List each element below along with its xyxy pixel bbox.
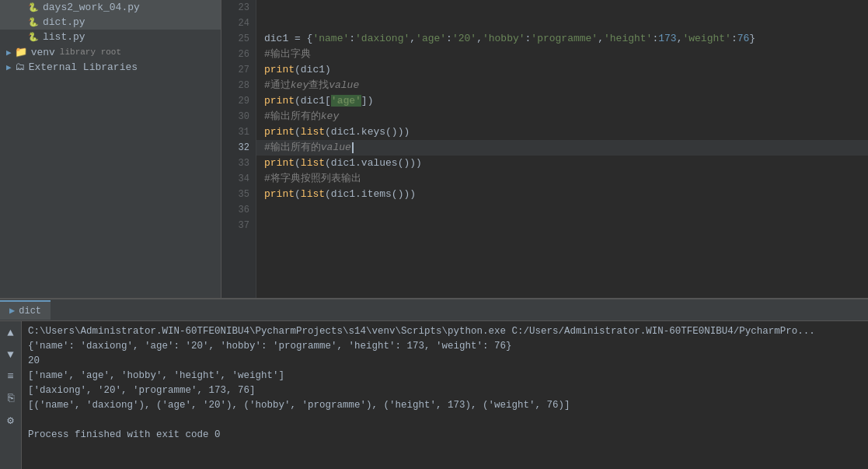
code-line-29: print(dic1['age']) [256, 93, 868, 109]
terminal-sidebar: ▲ ▼ ≡ ⎘ ⚙ [0, 321, 22, 469]
copy-button[interactable]: ⎘ [2, 390, 19, 407]
code-line-37 [256, 218, 868, 233]
code-line-23 [256, 0, 868, 16]
line-num-28: 28 [221, 78, 256, 93]
code-line-32: #输出所有的value [256, 140, 868, 156]
sidebar-item-label: dict.py [43, 16, 85, 28]
external-libs-icon: 🗂 [15, 61, 25, 73]
code-line-31: print(list(dic1.keys())) [256, 124, 868, 140]
line-num-31: 31 [221, 124, 256, 140]
sidebar-item-dict[interactable]: 🐍 dict.py [0, 15, 221, 30]
terminal-output: C:\Users\Administrator.WIN-60TFE0NIBU4\P… [22, 321, 868, 469]
code-content[interactable]: dic1 = {'name':'daxiong','age':'20','hob… [256, 0, 868, 298]
code-line-28: #通过key查找value [256, 78, 868, 93]
tab-label: dict [19, 306, 41, 317]
terminal-content: ▲ ▼ ≡ ⎘ ⚙ C:\Users\Administrator.WIN-60T… [0, 321, 868, 469]
line-num-35: 35 [221, 187, 256, 202]
line-num-29: 29 [221, 93, 256, 109]
line-num-36: 36 [221, 202, 256, 218]
terminal-line-1: C:\Users\Administrator.WIN-60TFE0NIBU4\P… [28, 324, 862, 339]
sidebar-item-label: days2_work_04.py [43, 2, 140, 13]
line-num-32: 32 [221, 140, 256, 156]
code-line-27: print(dic1) [256, 62, 868, 78]
terminal-line-6: [('name', 'daxiong'), ('age', '20'), ('h… [28, 398, 862, 413]
code-line-30: #输出所有的key [256, 109, 868, 124]
line-num-24: 24 [221, 16, 256, 31]
line-num-37: 37 [221, 218, 256, 233]
scroll-up-button[interactable]: ▲ [2, 324, 19, 341]
sidebar-item-days2[interactable]: 🐍 days2_work_04.py [0, 0, 221, 15]
python-file-icon: 🐍 [28, 17, 39, 27]
python-file-icon: 🐍 [28, 2, 39, 12]
sidebar-item-label: External Libraries [29, 61, 138, 73]
code-editor[interactable]: 23 24 25 26 27 28 29 30 31 32 33 34 35 3… [221, 0, 868, 298]
code-line-26: #输出字典 [256, 47, 868, 62]
terminal-line-3: 20 [28, 354, 862, 369]
terminal-line-4: ['name', 'age', 'hobby', 'height', 'weig… [28, 369, 862, 383]
line-num-23: 23 [221, 0, 256, 16]
code-line-35: print(list(dic1.items())) [256, 187, 868, 202]
sidebar-item-external-libs[interactable]: ▶ 🗂 External Libraries [0, 60, 221, 75]
sidebar-item-venv[interactable]: ▶ 📁 venv library root [0, 44, 221, 60]
sidebar-item-list[interactable]: 🐍 list.py [0, 30, 221, 44]
file-tree: 🐍 days2_work_04.py 🐍 dict.py 🐍 list.py ▶… [0, 0, 221, 298]
line-numbers: 23 24 25 26 27 28 29 30 31 32 33 34 35 3… [221, 0, 256, 298]
line-num-25: 25 [221, 31, 256, 47]
terminal-line-8: Process finished with exit code 0 [28, 428, 862, 443]
terminal-line-5: ['daxiong', '20', 'programme', 173, 76] [28, 383, 862, 398]
line-num-26: 26 [221, 47, 256, 62]
line-num-33: 33 [221, 156, 256, 171]
sidebar-item-label: list.py [43, 31, 85, 43]
tab-dict[interactable]: ▶ dict [0, 300, 51, 320]
list-view-button[interactable]: ≡ [2, 368, 19, 385]
code-line-25: dic1 = {'name':'daxiong','age':'20','hob… [256, 31, 868, 47]
python-run-icon: ▶ [9, 305, 15, 317]
arrow-right-icon: ▶ [6, 62, 12, 72]
folder-icon: 📁 [15, 46, 27, 58]
code-line-33: print(list(dic1.values())) [256, 156, 868, 171]
line-num-27: 27 [221, 62, 256, 78]
code-line-24 [256, 16, 868, 31]
code-line-36 [256, 202, 868, 218]
code-line-34: #将字典按照列表输出 [256, 171, 868, 187]
bottom-panel: ▶ dict ▲ ▼ ≡ ⎘ ⚙ C:\Users\Administrator.… [0, 298, 868, 469]
line-num-30: 30 [221, 109, 256, 124]
arrow-right-icon: ▶ [6, 47, 12, 58]
settings-button[interactable]: ⚙ [2, 411, 19, 429]
bottom-tabs: ▶ dict [0, 299, 868, 321]
python-file-icon: 🐍 [28, 32, 39, 42]
sidebar-item-label: venv [31, 47, 55, 58]
library-root-badge: library root [60, 47, 121, 57]
terminal-line-2: {'name': 'daxiong', 'age': '20', 'hobby'… [28, 339, 862, 354]
line-num-34: 34 [221, 171, 256, 187]
terminal-line-7 [28, 413, 862, 428]
scroll-down-button[interactable]: ▼ [2, 346, 19, 363]
